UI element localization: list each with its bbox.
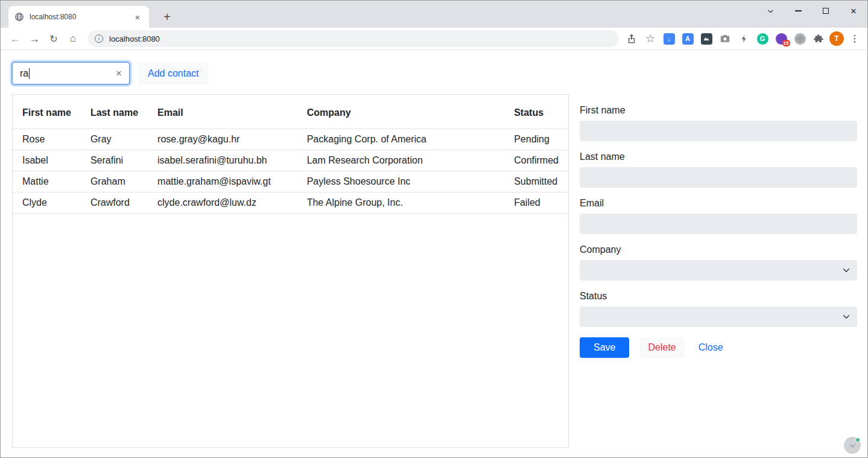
company-select[interactable] [580, 260, 857, 281]
browser-window: localhost:8080 × + × ← → ↻ ⌂ i localhost… [0, 0, 868, 458]
save-button[interactable]: Save [580, 337, 629, 358]
cell-first-name: Mattie [13, 171, 81, 192]
contacts-table: First name Last name Email Company Statu… [12, 94, 569, 448]
cell-status: Failed [504, 192, 568, 214]
window-chevron-icon[interactable] [756, 1, 784, 21]
browser-tab[interactable]: localhost:8080 × [8, 6, 149, 28]
extension-badge: 15 [782, 40, 790, 46]
cell-email: mattie.graham@ispaviw.gt [148, 171, 297, 192]
cell-company: Packaging Corp. of America [297, 129, 505, 150]
ext-download-icon[interactable]: ↓ [661, 31, 677, 46]
cell-last-name: Graham [81, 171, 148, 192]
info-icon[interactable]: i [95, 34, 103, 43]
cell-company: Lam Research Corporation [297, 150, 505, 171]
cell-first-name: Isabel [13, 150, 81, 171]
bookmark-star-icon[interactable]: ☆ [642, 31, 658, 46]
ext-dark-icon[interactable] [699, 31, 714, 46]
chevron-down-icon [842, 313, 851, 323]
company-label: Company [580, 244, 857, 255]
window-controls: × [756, 1, 867, 21]
share-icon[interactable] [624, 31, 639, 46]
home-icon[interactable]: ⌂ [63, 29, 83, 48]
extensions-puzzle-icon[interactable] [811, 31, 826, 46]
cell-email: clyde.crawford@luw.dz [148, 192, 297, 214]
back-icon[interactable]: ← [5, 29, 25, 48]
globe-icon [14, 12, 24, 22]
contact-form: First name Last name Email Company [580, 105, 857, 358]
browser-toolbar: ← → ↻ ⌂ i localhost:8080 ☆ ↓ A [1, 28, 867, 50]
first-name-label: First name [580, 105, 857, 116]
maximize-icon [823, 8, 829, 14]
add-contact-button[interactable]: Add contact [138, 62, 209, 84]
ext-globe-gray-icon[interactable] [792, 31, 808, 46]
new-tab-button[interactable]: + [159, 8, 176, 25]
close-button[interactable]: Close [694, 337, 728, 358]
search-input[interactable]: ra × [11, 62, 130, 85]
chevron-down-icon [842, 266, 851, 277]
header-company: Company [297, 95, 505, 129]
devtools-fab[interactable] [844, 437, 861, 454]
first-name-field[interactable] [580, 121, 857, 141]
camera-icon[interactable] [717, 31, 733, 46]
fab-status-dot [855, 437, 860, 442]
cell-status: Submitted [504, 171, 568, 192]
toolbar-right-icons: ☆ ↓ A G 15 [624, 31, 863, 46]
tab-close-icon[interactable]: × [132, 11, 143, 22]
clear-search-icon[interactable]: × [116, 68, 122, 80]
delete-button[interactable]: Delete [639, 337, 684, 358]
header-last-name: Last name [81, 95, 148, 129]
tab-strip: localhost:8080 × + × [1, 1, 867, 28]
window-close-button[interactable]: × [840, 1, 867, 21]
ext-purple-icon[interactable]: 15 [773, 31, 789, 46]
form-buttons: Save Delete Close [580, 337, 857, 358]
cell-last-name: Gray [81, 129, 148, 150]
status-label: Status [580, 291, 857, 302]
address-text: localhost:8080 [109, 34, 160, 43]
tab-title: localhost:8080 [30, 13, 132, 21]
table-header-row: First name Last name Email Company Statu… [13, 95, 568, 129]
cell-email: isabel.serafini@turuhu.bh [148, 150, 297, 171]
address-bar[interactable]: i localhost:8080 [87, 30, 619, 47]
forward-icon[interactable]: → [25, 29, 44, 48]
cell-first-name: Rose [13, 129, 81, 150]
cell-company: The Alpine Group, Inc. [297, 192, 505, 214]
cell-status: Confirmed [504, 150, 568, 171]
cell-last-name: Crawford [81, 192, 148, 214]
cell-email: rose.gray@kagu.hr [148, 129, 297, 150]
browser-menu-icon[interactable]: ⋮ [847, 31, 863, 46]
email-label: Email [580, 198, 857, 209]
cell-last-name: Serafini [81, 150, 148, 171]
cell-company: Payless Shoesource Inc [297, 171, 505, 192]
email-field[interactable] [580, 214, 857, 234]
profile-avatar[interactable]: T [829, 31, 844, 46]
last-name-field[interactable] [580, 167, 857, 188]
lightning-icon[interactable] [736, 31, 752, 46]
table-row[interactable]: Clyde Crawford clyde.crawford@luw.dz The… [13, 192, 568, 214]
minimize-button[interactable] [784, 1, 812, 21]
cell-status: Pending [504, 129, 568, 150]
table-row[interactable]: Mattie Graham mattie.graham@ispaviw.gt P… [13, 171, 568, 192]
text-caret [29, 68, 30, 79]
page-content: ra × Add contact First name Last name Em… [1, 51, 867, 457]
maximize-button[interactable] [812, 1, 840, 21]
reload-icon[interactable]: ↻ [44, 29, 63, 48]
header-status: Status [504, 95, 568, 129]
search-text: ra [20, 68, 28, 79]
table-row[interactable]: Rose Gray rose.gray@kagu.hr Packaging Co… [13, 129, 568, 150]
last-name-label: Last name [580, 151, 857, 162]
status-select[interactable] [580, 307, 857, 327]
minimize-icon [795, 10, 802, 11]
header-email: Email [148, 95, 297, 129]
header-first-name: First name [13, 95, 81, 129]
table-row[interactable]: Isabel Serafini isabel.serafini@turuhu.b… [13, 150, 568, 171]
ext-translate-icon[interactable]: A [680, 31, 695, 46]
cell-first-name: Clyde [13, 192, 81, 214]
grammarly-icon[interactable]: G [755, 31, 770, 46]
